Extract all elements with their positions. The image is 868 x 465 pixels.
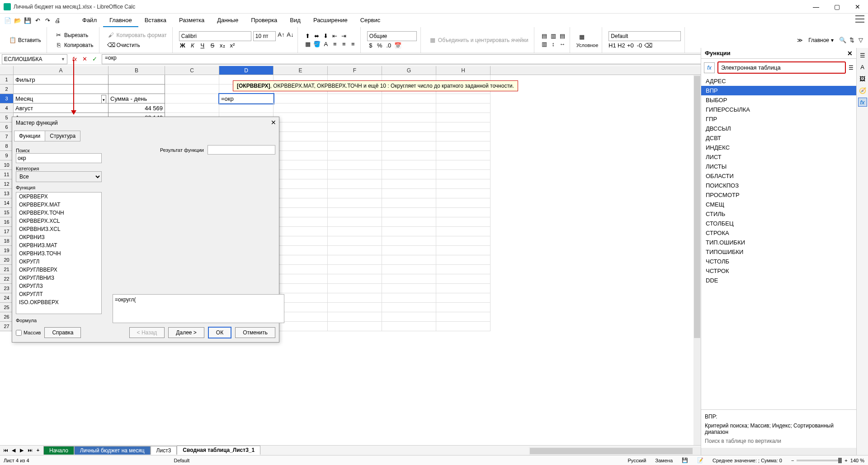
style-select[interactable] bbox=[609, 31, 681, 41]
bold-icon[interactable]: Ж bbox=[179, 42, 186, 49]
cell[interactable] bbox=[382, 94, 436, 103]
cell[interactable] bbox=[382, 217, 436, 227]
cell[interactable] bbox=[165, 94, 219, 103]
menu-insert[interactable]: Вставка bbox=[138, 14, 173, 27]
menu-main[interactable]: Главное bbox=[103, 14, 138, 27]
cell[interactable]: 44 569 bbox=[108, 103, 165, 113]
cell[interactable] bbox=[328, 217, 382, 227]
col-header-C[interactable]: C bbox=[165, 66, 219, 75]
cell[interactable] bbox=[328, 122, 382, 132]
function-list-item[interactable]: ОКРУГЛВНИЗ bbox=[16, 274, 101, 282]
redo-icon[interactable]: ↷ bbox=[43, 16, 52, 24]
ok-button[interactable]: ОК bbox=[208, 327, 231, 338]
cell[interactable] bbox=[382, 255, 436, 265]
cell[interactable] bbox=[436, 160, 491, 170]
subscript-icon[interactable]: x₂ bbox=[219, 42, 226, 49]
cell[interactable] bbox=[274, 132, 328, 141]
cell[interactable] bbox=[382, 246, 436, 255]
insert-row-icon[interactable]: ▤ bbox=[541, 33, 548, 40]
cell[interactable] bbox=[436, 284, 491, 293]
cell[interactable] bbox=[274, 179, 328, 189]
indent-dec-icon[interactable]: ⇤ bbox=[331, 33, 339, 40]
sidepanel-list-item[interactable]: ПРОСМОТР bbox=[701, 190, 856, 200]
menu-file[interactable]: Файл bbox=[76, 14, 103, 27]
percent-icon[interactable]: % bbox=[376, 42, 383, 49]
vertical-scrollbar[interactable] bbox=[693, 75, 701, 445]
cell[interactable] bbox=[436, 94, 491, 103]
cell[interactable] bbox=[328, 179, 382, 189]
cell[interactable] bbox=[274, 246, 328, 255]
sidepanel-function-list[interactable]: АДРЕСВПРВЫБОРГИПЕРССЫЛКАГПРДВССЫЛДСВТИНД… bbox=[701, 76, 856, 409]
sidepanel-list-item[interactable]: ВПР bbox=[701, 86, 856, 95]
cell[interactable] bbox=[382, 132, 436, 141]
sidepanel-list-item[interactable]: ДВССЫЛ bbox=[701, 124, 856, 133]
borders-icon[interactable]: ▦ bbox=[304, 41, 311, 48]
cell[interactable] bbox=[108, 75, 165, 85]
cell[interactable] bbox=[436, 141, 491, 151]
number-icon[interactable]: .0 bbox=[385, 42, 392, 49]
next-button[interactable]: Далее > bbox=[168, 327, 204, 338]
col-header-G[interactable]: G bbox=[382, 66, 436, 75]
cell[interactable] bbox=[328, 274, 382, 284]
array-checkbox[interactable]: Массив bbox=[16, 330, 41, 336]
cell[interactable] bbox=[165, 103, 219, 113]
cancel-formula-icon[interactable]: ✕ bbox=[81, 56, 88, 62]
function-list-item[interactable]: ОКРВВЕРХ.МАТ bbox=[16, 201, 101, 209]
zoom-slider[interactable] bbox=[797, 460, 842, 461]
align-center-icon[interactable]: ≡ bbox=[340, 41, 348, 48]
cell[interactable] bbox=[382, 170, 436, 179]
cell[interactable] bbox=[328, 189, 382, 198]
cut-button[interactable]: ✂Вырезать bbox=[53, 31, 95, 40]
cell[interactable] bbox=[274, 170, 328, 179]
align-mid-icon[interactable]: ⬌ bbox=[313, 33, 321, 40]
cell[interactable] bbox=[382, 208, 436, 217]
new-icon[interactable]: 📄 bbox=[4, 16, 12, 24]
cell[interactable] bbox=[382, 265, 436, 274]
menu-view[interactable]: Вид bbox=[283, 14, 307, 27]
h1-icon[interactable]: H1 bbox=[609, 42, 616, 49]
cell[interactable] bbox=[382, 303, 436, 312]
category-select[interactable]: Все bbox=[16, 171, 102, 182]
cell[interactable]: =окр bbox=[219, 94, 274, 103]
cell[interactable] bbox=[328, 303, 382, 312]
zoom-out-icon[interactable]: − bbox=[791, 458, 794, 463]
cell[interactable] bbox=[436, 293, 491, 303]
wizard-close-button[interactable]: ✕ bbox=[271, 119, 276, 126]
decrease-font-icon[interactable]: A↓ bbox=[287, 31, 294, 38]
cell[interactable] bbox=[274, 189, 328, 198]
cell[interactable]: Сумма - день bbox=[108, 94, 165, 103]
sidepanel-list-item[interactable]: СТИЛЬ bbox=[701, 209, 856, 219]
filter-icon[interactable]: ▽ bbox=[857, 37, 864, 44]
tab-first-icon[interactable]: ⏮ bbox=[2, 447, 9, 453]
menu-ext[interactable]: Расширение bbox=[307, 14, 354, 27]
sidepanel-list-item[interactable]: ДСВТ bbox=[701, 133, 856, 143]
sidepanel-list-item[interactable]: ГИПЕРССЫЛКА bbox=[701, 105, 856, 114]
search-input[interactable] bbox=[16, 153, 102, 163]
sheet-tab-1[interactable]: Личный бюджет на месяц bbox=[74, 446, 151, 455]
cell[interactable] bbox=[274, 284, 328, 293]
eraser-icon[interactable]: ⌫ bbox=[645, 42, 652, 49]
tab-add-icon[interactable]: + bbox=[34, 447, 42, 453]
sidepanel-hscroll[interactable] bbox=[701, 448, 856, 455]
sidepanel-list-item[interactable]: СТРОКА bbox=[701, 228, 856, 238]
cell[interactable] bbox=[328, 236, 382, 246]
cell[interactable] bbox=[274, 94, 328, 103]
cell[interactable] bbox=[382, 189, 436, 198]
function-list-item[interactable]: ОКРУГЛ bbox=[16, 258, 101, 266]
col-header-E[interactable]: E bbox=[274, 66, 328, 75]
sidepanel-list-icon[interactable]: ☰ bbox=[849, 65, 854, 71]
accept-formula-icon[interactable]: ✓ bbox=[91, 56, 98, 62]
cell[interactable] bbox=[436, 303, 491, 312]
align-left-icon[interactable]: ≡ bbox=[331, 41, 339, 48]
align-bot-icon[interactable]: ⬇ bbox=[322, 33, 330, 40]
sort-icon[interactable]: ⇅ bbox=[848, 37, 855, 44]
function-list-item[interactable]: ОКРУГЛЗ bbox=[16, 282, 101, 290]
find-icon[interactable]: 🔍 bbox=[839, 37, 846, 44]
sidepanel-list-item[interactable]: ОБЛАСТИ bbox=[701, 171, 856, 181]
functions-panel-icon[interactable]: fx bbox=[858, 98, 867, 107]
save-icon[interactable]: 💾 bbox=[24, 16, 32, 24]
sidepanel-list-item[interactable]: ЛИСТ bbox=[701, 152, 856, 162]
dec-inc-icon[interactable]: +0 bbox=[627, 42, 634, 49]
cell[interactable] bbox=[436, 151, 491, 160]
delete-col-icon[interactable]: ▥ bbox=[541, 41, 548, 48]
